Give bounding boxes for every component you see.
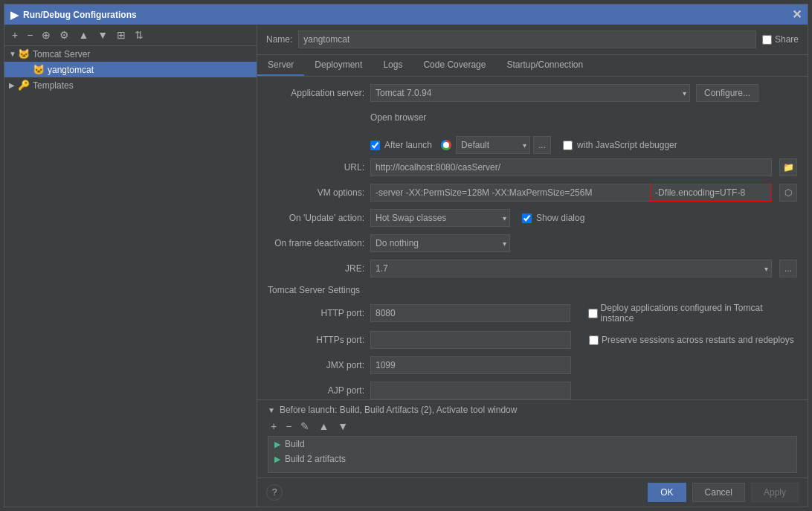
- dialog-title: Run/Debug Configurations: [23, 10, 787, 20]
- url-label: URL:: [268, 162, 364, 173]
- app-server-select-wrapper: Tomcat 7.0.94: [370, 84, 690, 102]
- arrow-icon: ▶: [9, 81, 18, 89]
- up-button[interactable]: ▲: [75, 28, 91, 42]
- sidebar-item-label: Templates: [33, 80, 74, 91]
- share-label: Share: [775, 34, 799, 45]
- vm-options-highlighted-input[interactable]: [650, 184, 772, 202]
- vm-options-main-input[interactable]: [370, 184, 650, 202]
- footer: ? OK Cancel Apply: [257, 478, 808, 507]
- name-row: Name: Share: [257, 25, 808, 55]
- app-server-row: Application server: Tomcat 7.0.94 Config…: [268, 84, 797, 102]
- sidebar-item-label: yangtomcat: [48, 65, 94, 75]
- jre-dots-button[interactable]: ...: [779, 260, 797, 277]
- on-update-label: On 'Update' action:: [268, 213, 364, 223]
- cancel-button[interactable]: Cancel: [692, 483, 745, 502]
- jre-row: JRE: 1.7 ...: [268, 260, 797, 277]
- sidebar-item-tomcat-server[interactable]: ▼ 🐱 Tomcat Server: [4, 46, 257, 62]
- before-launch-section: ▼ Before launch: Build, Build Artifacts …: [257, 399, 808, 478]
- close-button[interactable]: ✕: [792, 7, 802, 22]
- down-button[interactable]: ▼: [94, 28, 111, 42]
- arrow-icon: ▼: [9, 50, 18, 58]
- share-checkbox[interactable]: [762, 35, 772, 45]
- sort-button[interactable]: ⇅: [132, 28, 146, 42]
- help-button[interactable]: ?: [266, 484, 283, 501]
- browser-select-wrapper: Default: [456, 136, 530, 154]
- templates-icon: 🔑: [18, 80, 30, 91]
- url-browse-button[interactable]: 📁: [779, 158, 797, 176]
- before-launch-add-button[interactable]: +: [268, 420, 280, 433]
- open-browser-label: Open browser: [370, 112, 426, 123]
- https-port-label: HTTPs port:: [268, 335, 364, 345]
- dialog-icon: ▶: [10, 9, 19, 21]
- preserve-sessions-checkbox[interactable]: [589, 335, 599, 345]
- group-button[interactable]: ⊞: [114, 28, 129, 42]
- tab-deployment[interactable]: Deployment: [304, 55, 373, 76]
- browser-dots-button[interactable]: ...: [533, 136, 551, 154]
- ok-button[interactable]: OK: [648, 483, 686, 502]
- http-port-input[interactable]: [370, 304, 570, 322]
- main-content: + − ⊕ ⚙ ▲ ▼ ⊞ ⇅ ▼ 🐱 Tomcat Server 🐱 ya: [4, 25, 808, 507]
- jre-select-wrapper: 1.7: [370, 260, 772, 277]
- tab-server[interactable]: Server: [257, 55, 304, 76]
- before-launch-down-button[interactable]: ▼: [335, 420, 351, 433]
- preserve-sessions-container: Preserve sessions across restarts and re…: [589, 335, 794, 345]
- sidebar-item-templates[interactable]: ▶ 🔑 Templates: [4, 77, 257, 93]
- after-launch-label: After launch: [384, 140, 432, 150]
- js-debugger-container: with JavaScript debugger: [563, 140, 677, 150]
- configure-button[interactable]: Configure...: [696, 84, 758, 102]
- after-launch-checkbox-container: After launch: [370, 140, 432, 150]
- vm-options-label: VM options:: [268, 187, 364, 198]
- build-artifacts-icon: ▶: [274, 454, 280, 464]
- after-launch-row: After launch Default ... with Java: [268, 136, 797, 154]
- share-checkbox-container: Share: [762, 34, 799, 45]
- app-server-label: Application server:: [268, 88, 364, 98]
- tab-logs[interactable]: Logs: [373, 55, 413, 76]
- on-update-select-wrapper: Hot Swap classes Update classes and reso…: [370, 209, 510, 227]
- on-frame-select-wrapper: Do nothing Update classes and resources …: [370, 234, 510, 252]
- vm-expand-button[interactable]: ⬡: [779, 184, 797, 202]
- on-frame-select[interactable]: Do nothing Update classes and resources …: [370, 234, 510, 252]
- jmx-port-input[interactable]: [370, 356, 571, 374]
- https-port-row: HTTPs port: Preserve sessions across res…: [268, 331, 797, 349]
- before-launch-item-build-artifacts[interactable]: ▶ Build 2 artifacts: [268, 451, 796, 466]
- jmx-port-row: JMX port:: [268, 356, 797, 374]
- before-launch-item-label: Build 2 artifacts: [285, 454, 346, 464]
- tab-startup-connection[interactable]: Startup/Connection: [496, 55, 593, 76]
- title-bar: ▶ Run/Debug Configurations ✕: [4, 4, 808, 25]
- name-label: Name:: [266, 34, 292, 45]
- before-launch-triangle: ▼: [268, 406, 275, 414]
- wrench-button[interactable]: ⚙: [57, 28, 72, 42]
- app-server-select[interactable]: Tomcat 7.0.94: [370, 84, 690, 102]
- remove-config-button[interactable]: −: [24, 28, 36, 42]
- url-row: URL: 📁: [268, 158, 797, 176]
- before-launch-item-build[interactable]: ▶ Build: [268, 437, 796, 451]
- js-debugger-label: with JavaScript debugger: [577, 140, 677, 150]
- before-launch-list: ▶ Build ▶ Build 2 artifacts: [268, 436, 797, 473]
- ajp-port-input[interactable]: [370, 382, 571, 399]
- tab-code-coverage[interactable]: Code Coverage: [413, 55, 496, 76]
- apply-button[interactable]: Apply: [751, 483, 799, 502]
- before-launch-up-button[interactable]: ▲: [315, 420, 332, 433]
- https-port-input[interactable]: [370, 331, 571, 349]
- on-update-row: On 'Update' action: Hot Swap classes Upd…: [268, 209, 797, 227]
- before-launch-remove-button[interactable]: −: [283, 420, 294, 433]
- jre-select[interactable]: 1.7: [370, 260, 772, 277]
- chrome-icon: [441, 140, 451, 150]
- sidebar-toolbar: + − ⊕ ⚙ ▲ ▼ ⊞ ⇅: [4, 25, 257, 46]
- js-debugger-checkbox[interactable]: [563, 141, 573, 150]
- copy-config-button[interactable]: ⊕: [39, 28, 54, 42]
- on-frame-label: On frame deactivation:: [268, 238, 364, 248]
- sidebar-item-yangtomcat[interactable]: 🐱 yangtomcat: [4, 62, 257, 77]
- show-dialog-checkbox[interactable]: [522, 213, 532, 223]
- name-input[interactable]: [298, 30, 756, 48]
- before-launch-edit-button[interactable]: ✎: [297, 420, 312, 433]
- browser-select[interactable]: Default: [456, 136, 530, 154]
- url-input[interactable]: [370, 158, 772, 176]
- add-config-button[interactable]: +: [9, 28, 21, 42]
- tomcat-settings-title: Tomcat Server Settings: [268, 285, 797, 295]
- on-update-select[interactable]: Hot Swap classes Update classes and reso…: [370, 209, 510, 227]
- before-launch-toolbar: + − ✎ ▲ ▼: [268, 420, 797, 433]
- deploy-apps-checkbox[interactable]: [588, 309, 598, 318]
- after-launch-checkbox[interactable]: [370, 141, 380, 150]
- right-panel: Name: Share Server Deployment Logs Code …: [257, 25, 808, 507]
